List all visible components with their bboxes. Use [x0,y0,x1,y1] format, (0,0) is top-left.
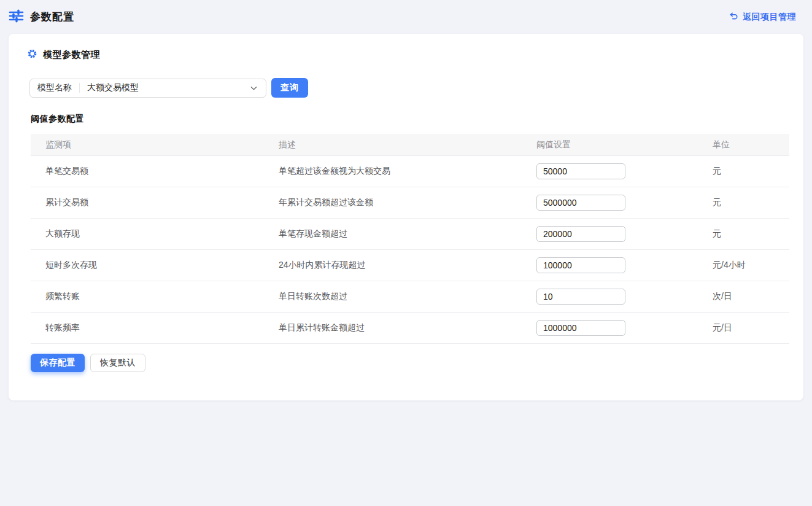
threshold-input[interactable] [536,195,625,211]
table-row: 大额存现 单笔存现金额超过 元 [31,219,789,250]
table-header-row: 监测项 描述 阈值设置 单位 [31,134,789,156]
table-row: 累计交易额 年累计交易额超过该金额 元 [31,187,789,219]
model-select-label: 模型名称 [30,82,79,93]
table-row: 转账频率 单日累计转账金额超过 元/日 [31,313,789,344]
monitor-item: 单笔交易额 [31,156,264,187]
monitor-item: 大额存现 [31,219,264,250]
item-description: 年累计交易额超过该金额 [264,187,522,219]
unit-label: 次/日 [698,281,789,313]
table-row: 频繁转账 单日转账次数超过 次/日 [31,281,789,313]
unit-label: 元 [698,156,789,187]
header-description: 描述 [264,134,522,156]
model-name-select[interactable]: 模型名称 大额交易模型 [29,79,266,98]
threshold-input[interactable] [536,320,625,336]
item-description: 单笔超过该金额视为大额交易 [264,156,522,187]
section-header: 模型参数管理 [27,49,790,61]
header-threshold: 阈值设置 [522,134,698,156]
monitor-item: 短时多次存现 [31,250,264,281]
back-link-label: 返回项目管理 [743,12,796,23]
chevron-down-icon [250,84,258,92]
sliders-icon [9,9,24,25]
page-title: 参数配置 [30,10,74,24]
unit-label: 元 [698,187,789,219]
monitor-item: 频繁转账 [31,281,264,313]
unit-label: 元/日 [698,313,789,344]
save-config-button[interactable]: 保存配置 [31,354,85,372]
threshold-input[interactable] [536,257,625,273]
restore-default-button[interactable]: 恢复默认 [90,354,145,372]
section-title: 模型参数管理 [43,49,100,61]
query-button[interactable]: 查询 [271,78,308,98]
header-monitor-item: 监测项 [31,134,264,156]
model-select-value: 大额交易模型 [80,82,250,93]
monitor-item: 转账频率 [31,313,264,344]
header-unit: 单位 [698,134,789,156]
threshold-input[interactable] [536,289,625,305]
monitor-item: 累计交易额 [31,187,264,219]
item-description: 24小时内累计存现超过 [264,250,522,281]
table-row: 短时多次存现 24小时内累计存现超过 元/4小时 [31,250,789,281]
topbar-left: 参数配置 [9,9,74,25]
item-description: 单日累计转账金额超过 [264,313,522,344]
return-arrow-icon [729,12,738,23]
unit-label: 元 [698,219,789,250]
action-buttons: 保存配置 恢复默认 [31,354,790,372]
gear-icon [27,49,37,61]
model-parameter-card: 模型参数管理 模型名称 大额交易模型 查询 阈值参数配置 监测项 描述 阈值设置… [9,34,803,400]
filter-row: 模型名称 大额交易模型 查询 [29,78,790,98]
unit-label: 元/4小时 [698,250,789,281]
threshold-input[interactable] [536,226,625,242]
threshold-input[interactable] [536,163,625,179]
threshold-table: 监测项 描述 阈值设置 单位 单笔交易额 单笔超过该金额视为大额交易 元 累计交… [31,134,789,344]
table-row: 单笔交易额 单笔超过该金额视为大额交易 元 [31,156,789,187]
topbar: 参数配置 返回项目管理 [0,0,812,34]
item-description: 单日转账次数超过 [264,281,522,313]
item-description: 单笔存现金额超过 [264,219,522,250]
threshold-config-title: 阈值参数配置 [31,114,790,125]
back-to-project-link[interactable]: 返回项目管理 [729,12,796,23]
